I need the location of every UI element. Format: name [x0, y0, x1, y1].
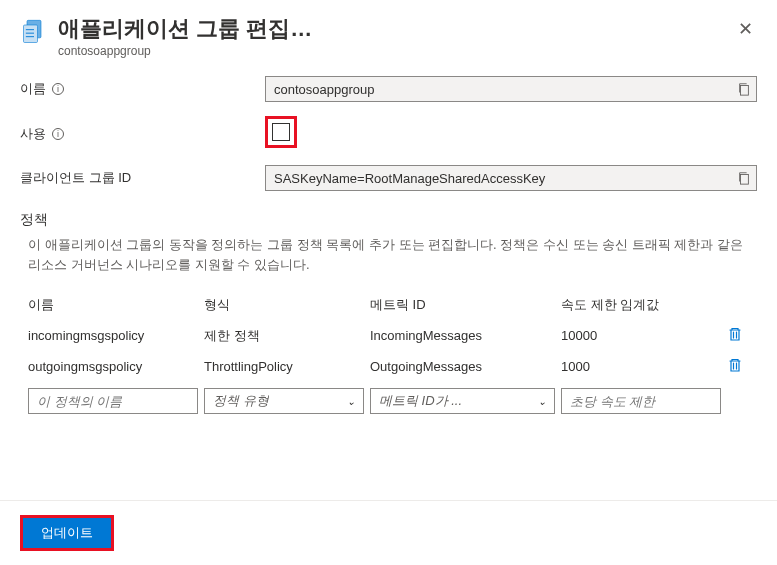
- cell-threshold: 1000: [561, 359, 721, 374]
- header-left: 애플리케이션 그룹 편집… contosoappgroup: [20, 16, 312, 58]
- title-block: 애플리케이션 그룹 편집… contosoappgroup: [58, 16, 312, 58]
- chevron-down-icon: ⌄: [347, 396, 355, 407]
- info-icon[interactable]: i: [52, 83, 64, 95]
- cell-name: outgoingmsgspolicy: [28, 359, 198, 374]
- col-name: 이름: [28, 296, 198, 314]
- form-area: 이름 i 사용 i 클라이언트 그룹 ID: [0, 66, 777, 420]
- label-client-group-text: 클라이언트 그룹 ID: [20, 169, 131, 187]
- policies-title: 정책: [20, 211, 757, 229]
- copy-icon[interactable]: [737, 82, 751, 96]
- name-input[interactable]: [265, 76, 757, 102]
- control-name: [265, 76, 757, 102]
- panel-title: 애플리케이션 그룹 편집…: [58, 16, 312, 42]
- name-input-wrap: [265, 76, 757, 102]
- enabled-checkbox[interactable]: [272, 123, 290, 141]
- cell-threshold: 10000: [561, 328, 721, 343]
- copy-icon[interactable]: [737, 171, 751, 185]
- svg-rect-1: [24, 25, 38, 43]
- panel-footer: 업데이트: [0, 500, 777, 565]
- control-client-group: [265, 165, 757, 191]
- cell-metric: IncomingMessages: [370, 328, 555, 343]
- cell-type: 제한 정책: [204, 327, 364, 345]
- trash-icon[interactable]: [727, 357, 743, 373]
- col-type: 형식: [204, 296, 364, 314]
- col-metric: 메트릭 ID: [370, 296, 555, 314]
- policy-new-row: 정책 유형 ⌄ 메트릭 ID가 ... ⌄: [20, 382, 757, 420]
- svg-rect-6: [741, 175, 749, 185]
- policy-row: outgoingmsgspolicy ThrottlingPolicy Outg…: [20, 351, 757, 382]
- panel-header: 애플리케이션 그룹 편집… contosoappgroup ✕: [0, 0, 777, 66]
- trash-icon[interactable]: [727, 326, 743, 342]
- client-group-input[interactable]: [265, 165, 757, 191]
- cell-metric: OutgoingMessages: [370, 359, 555, 374]
- chevron-down-icon: ⌄: [538, 396, 546, 407]
- policy-row: incomingmsgspolicy 제한 정책 IncomingMessage…: [20, 320, 757, 351]
- row-name: 이름 i: [20, 76, 757, 102]
- label-enabled: 사용 i: [20, 125, 265, 143]
- select-placeholder: 정책 유형: [213, 392, 269, 410]
- label-client-group: 클라이언트 그룹 ID: [20, 169, 265, 187]
- new-policy-threshold-input[interactable]: [561, 388, 721, 414]
- row-client-group: 클라이언트 그룹 ID: [20, 165, 757, 191]
- label-enabled-text: 사용: [20, 125, 46, 143]
- policies-description: 이 애플리케이션 그룹의 동작을 정의하는 그룹 정책 목록에 추가 또는 편집…: [20, 235, 757, 274]
- label-name: 이름 i: [20, 80, 265, 98]
- cell-name: incomingmsgspolicy: [28, 328, 198, 343]
- policy-header-row: 이름 형식 메트릭 ID 속도 제한 임계값: [20, 290, 757, 320]
- control-enabled: [265, 116, 757, 151]
- update-button[interactable]: 업데이트: [23, 518, 111, 548]
- document-copy-icon: [20, 18, 48, 46]
- new-policy-type-select[interactable]: 정책 유형 ⌄: [204, 388, 364, 414]
- new-policy-metric-select[interactable]: 메트릭 ID가 ... ⌄: [370, 388, 555, 414]
- cell-delete: [727, 357, 757, 376]
- label-name-text: 이름: [20, 80, 46, 98]
- row-enabled: 사용 i: [20, 116, 757, 151]
- enabled-highlight: [265, 116, 297, 148]
- panel-subtitle: contosoappgroup: [58, 44, 312, 58]
- cell-delete: [727, 326, 757, 345]
- svg-rect-5: [741, 86, 749, 96]
- cell-type: ThrottlingPolicy: [204, 359, 364, 374]
- update-highlight: 업데이트: [20, 515, 114, 551]
- client-group-input-wrap: [265, 165, 757, 191]
- policy-table: 이름 형식 메트릭 ID 속도 제한 임계값 incomingmsgspolic…: [20, 290, 757, 420]
- col-threshold: 속도 제한 임계값: [561, 296, 721, 314]
- new-policy-name-input[interactable]: [28, 388, 198, 414]
- select-placeholder: 메트릭 ID가 ...: [379, 392, 462, 410]
- close-icon[interactable]: ✕: [734, 16, 757, 42]
- info-icon[interactable]: i: [52, 128, 64, 140]
